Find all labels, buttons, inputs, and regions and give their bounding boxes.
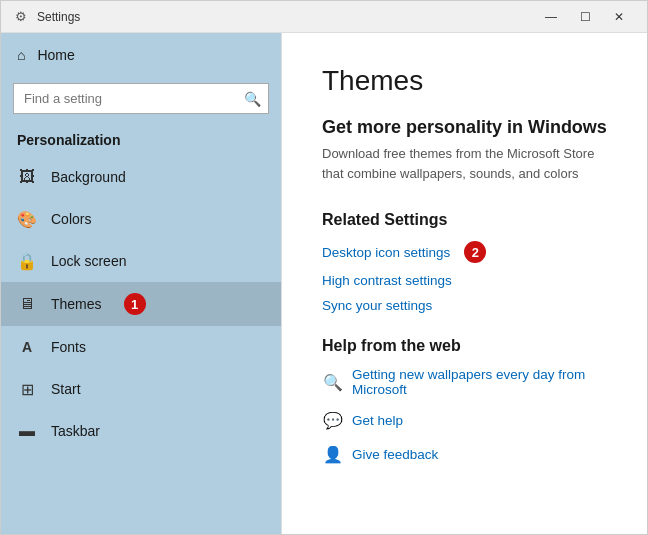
intro-description: Download free themes from the Microsoft … [322, 144, 607, 183]
help-heading: Help from the web [322, 337, 607, 355]
search-box: 🔍 [13, 83, 269, 114]
window-controls: — ☐ ✕ [535, 1, 635, 33]
page-title: Themes [322, 65, 607, 97]
give-feedback-icon: 👤 [322, 443, 344, 465]
themes-icon: 🖥 [17, 294, 37, 314]
sync-settings-link[interactable]: Sync your settings [322, 298, 432, 313]
lock-screen-label: Lock screen [51, 253, 126, 269]
give-feedback-label: Give feedback [352, 447, 438, 462]
fonts-icon: A [17, 337, 37, 357]
start-label: Start [51, 381, 81, 397]
close-button[interactable]: ✕ [603, 1, 635, 33]
sidebar-item-lock-screen[interactable]: 🔒 Lock screen [1, 240, 281, 282]
getting-wallpapers-icon: 🔍 [322, 371, 344, 393]
title-bar-left: ⚙ Settings [13, 9, 80, 25]
window-title: Settings [37, 10, 80, 24]
sidebar-item-colors[interactable]: 🎨 Colors [1, 198, 281, 240]
background-icon: 🖼 [17, 167, 37, 187]
taskbar-icon: ▬ [17, 421, 37, 441]
title-bar: ⚙ Settings — ☐ ✕ [1, 1, 647, 33]
sidebar-item-start[interactable]: ⊞ Start [1, 368, 281, 410]
lock-screen-icon: 🔒 [17, 251, 37, 271]
intro-heading: Get more personality in Windows [322, 117, 607, 138]
themes-badge: 1 [124, 293, 146, 315]
get-help-link[interactable]: 💬 Get help [322, 409, 607, 431]
desktop-icon-settings-link[interactable]: Desktop icon settings [322, 245, 450, 260]
themes-label: Themes [51, 296, 102, 312]
sidebar: ⌂ Home 🔍 Personalization 🖼 Background 🎨 … [1, 33, 281, 534]
sync-settings-item: Sync your settings [322, 298, 607, 313]
main-content: Themes Get more personality in Windows D… [281, 33, 647, 534]
sidebar-item-taskbar[interactable]: ▬ Taskbar [1, 410, 281, 452]
related-settings-heading: Related Settings [322, 211, 607, 229]
colors-label: Colors [51, 211, 91, 227]
sidebar-item-background[interactable]: 🖼 Background [1, 156, 281, 198]
settings-window: ⚙ Settings — ☐ ✕ ⌂ Home 🔍 Personalizatio… [0, 0, 648, 535]
sidebar-item-themes[interactable]: 🖥 Themes 1 [1, 282, 281, 326]
fonts-label: Fonts [51, 339, 86, 355]
colors-icon: 🎨 [17, 209, 37, 229]
high-contrast-settings-item: High contrast settings [322, 273, 607, 288]
search-icon: 🔍 [244, 91, 261, 107]
high-contrast-settings-link[interactable]: High contrast settings [322, 273, 452, 288]
background-label: Background [51, 169, 126, 185]
start-icon: ⊞ [17, 379, 37, 399]
give-feedback-link[interactable]: 👤 Give feedback [322, 443, 607, 465]
desktop-icon-settings-badge: 2 [464, 241, 486, 263]
getting-wallpapers-label: Getting new wallpapers every day from Mi… [352, 367, 607, 397]
desktop-icon-settings-item: Desktop icon settings 2 [322, 241, 607, 263]
settings-app-icon: ⚙ [13, 9, 29, 25]
section-label: Personalization [1, 124, 281, 156]
minimize-button[interactable]: — [535, 1, 567, 33]
home-icon: ⌂ [17, 47, 25, 63]
get-help-label: Get help [352, 413, 403, 428]
maximize-button[interactable]: ☐ [569, 1, 601, 33]
get-help-icon: 💬 [322, 409, 344, 431]
sidebar-item-fonts[interactable]: A Fonts [1, 326, 281, 368]
sidebar-item-home[interactable]: ⌂ Home [1, 33, 281, 77]
getting-wallpapers-link[interactable]: 🔍 Getting new wallpapers every day from … [322, 367, 607, 397]
content-area: ⌂ Home 🔍 Personalization 🖼 Background 🎨 … [1, 33, 647, 534]
search-input[interactable] [13, 83, 269, 114]
home-label: Home [37, 47, 74, 63]
taskbar-label: Taskbar [51, 423, 100, 439]
